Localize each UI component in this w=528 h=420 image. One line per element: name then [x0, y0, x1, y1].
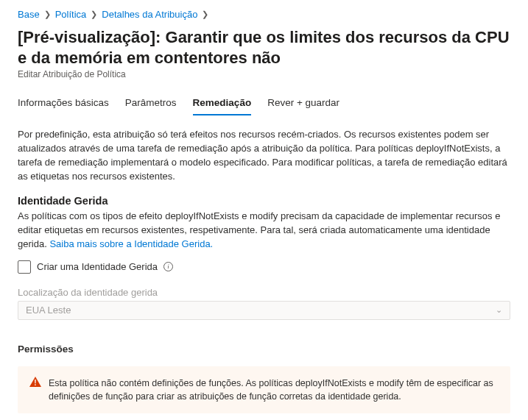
identity-location-select[interactable]: EUA Leste ⌄	[18, 301, 510, 320]
info-icon[interactable]: i	[163, 262, 173, 271]
breadcrumb-item-politica[interactable]: Política	[55, 9, 87, 20]
identity-section-title: Identidade Gerida	[18, 195, 510, 207]
chevron-right-icon: ❯	[44, 10, 51, 19]
chevron-right-icon: ❯	[202, 10, 208, 19]
create-identity-checkbox-row: Criar uma Identidade Gerida i	[18, 260, 510, 274]
breadcrumb-item-base[interactable]: Base	[18, 9, 40, 20]
remediation-description: Por predefinição, esta atribuição só ter…	[18, 128, 510, 183]
identity-location-value: EUA Leste	[26, 305, 71, 316]
identity-section-text: As políticas com os tipos de efeito depl…	[18, 210, 510, 252]
tab-parametros[interactable]: Parâmetros	[125, 93, 177, 115]
breadcrumb-item-detalhes[interactable]: Detalhes da Atribuição	[102, 9, 197, 20]
page-subtitle: Editar Atribuição de Política	[18, 69, 510, 79]
create-identity-checkbox[interactable]	[18, 260, 31, 274]
permissions-warning: Esta política não contém definições de f…	[18, 366, 510, 413]
identity-learn-more-link[interactable]: Saiba mais sobre a Identidade Gerida.	[49, 238, 213, 249]
tab-rever-guardar[interactable]: Rever + guardar	[267, 93, 339, 115]
warning-icon	[29, 377, 41, 403]
page-title: [Pré-visualização]: Garantir que os limi…	[18, 27, 510, 68]
permissions-title: Permissões	[18, 344, 510, 355]
chevron-right-icon: ❯	[91, 10, 97, 19]
create-identity-label: Criar uma Identidade Gerida	[37, 261, 158, 272]
permissions-warning-text: Esta política não contém definições de f…	[49, 377, 499, 403]
tab-informacoes-basicas[interactable]: Informações básicas	[18, 93, 109, 115]
chevron-down-icon: ⌄	[496, 305, 502, 315]
breadcrumb: Base ❯ Política ❯ Detalhes da Atribuição…	[18, 9, 510, 20]
tabs: Informações básicas Parâmetros Remediaçã…	[18, 93, 510, 116]
identity-location-label: Localização da identidade gerida	[18, 287, 510, 298]
tab-remediacao[interactable]: Remediação	[193, 93, 252, 115]
